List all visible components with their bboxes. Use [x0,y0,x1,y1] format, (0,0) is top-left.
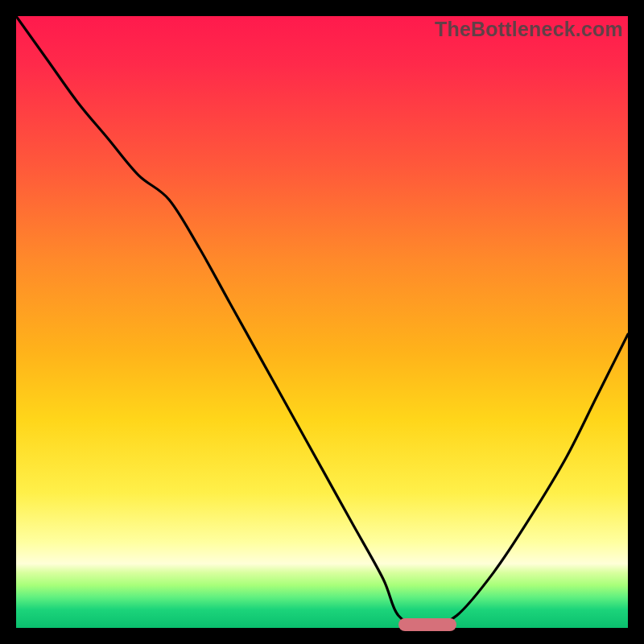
optimal-range-marker [398,618,456,631]
bottleneck-curve [16,16,628,628]
plot-frame: TheBottleneck.com [16,16,628,628]
curve-overlay [16,16,628,628]
